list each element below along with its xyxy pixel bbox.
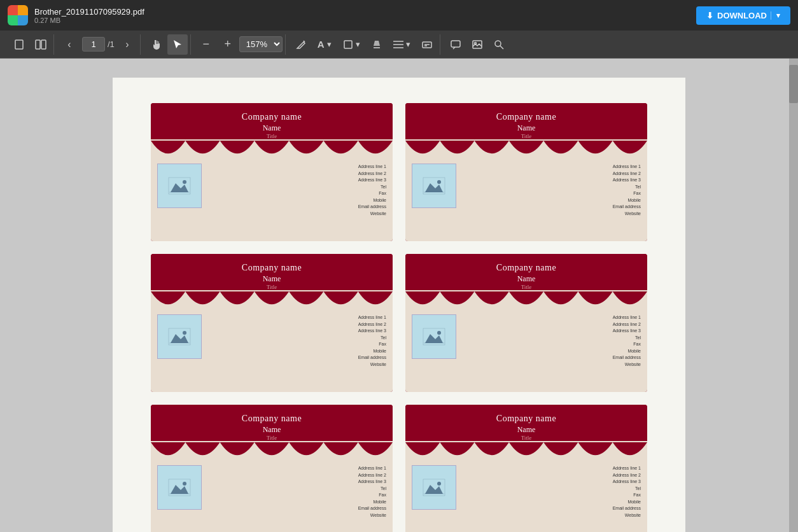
svg-point-18	[183, 180, 186, 184]
text-dropdown-arrow[interactable]: ▾	[327, 39, 332, 49]
draw-tool-button[interactable]	[291, 34, 311, 55]
hand-tool-button[interactable]	[146, 34, 166, 55]
contact-line: Mobile	[627, 348, 641, 355]
download-label: DOWNLOAD	[717, 11, 767, 20]
contact-line: Fax	[379, 341, 386, 348]
pdf-page: Company nameNameTitle Address line 1Addr…	[113, 78, 685, 532]
contact-line: Mobile	[373, 197, 386, 204]
svg-point-28	[183, 331, 186, 335]
search-button[interactable]	[489, 34, 509, 55]
contact-line: Address line 2	[358, 321, 386, 328]
contact-line: Address line 3	[358, 177, 386, 184]
card-company-name: Company name	[416, 414, 637, 424]
card-person-title: Title	[161, 284, 382, 290]
contact-line: Website	[370, 512, 386, 519]
contact-line: Mobile	[373, 499, 386, 506]
shape-dropdown-arrow[interactable]: ▾	[356, 39, 360, 49]
card-company-name: Company name	[416, 263, 637, 273]
card-person-name: Name	[161, 274, 382, 284]
svg-point-33	[437, 331, 441, 335]
business-card: Company nameNameTitle Address line 1Addr…	[151, 103, 393, 241]
photo-placeholder-icon	[168, 177, 191, 195]
card-body-area: Address line 1Address line 2Address line…	[151, 139, 393, 241]
card-content: Address line 1Address line 2Address line…	[405, 309, 647, 392]
svg-point-23	[437, 180, 441, 184]
shape-tool-button[interactable]: ▾	[338, 34, 365, 55]
align-icon	[393, 40, 403, 49]
svg-line-14	[500, 46, 503, 49]
business-card: Company nameNameTitle Address line 1Addr…	[405, 103, 647, 241]
contact-line: Address line 3	[358, 328, 386, 335]
card-person-title: Title	[161, 133, 382, 139]
hand-cursor-group	[143, 34, 191, 55]
extra-tools-group	[443, 34, 512, 55]
align-dropdown-arrow[interactable]: ▾	[406, 39, 410, 49]
contact-line: Fax	[379, 190, 386, 197]
single-page-view-button[interactable]	[9, 34, 29, 55]
card-header: Company nameNameTitle	[405, 405, 647, 441]
contact-line: Address line 1	[613, 465, 641, 472]
contact-line: Address line 3	[613, 479, 641, 486]
typewriter-tool-button[interactable]	[417, 34, 437, 55]
contact-line: Website	[625, 512, 641, 519]
page-number-input[interactable]	[82, 37, 105, 52]
download-dropdown-arrow[interactable]: ▾	[771, 11, 780, 20]
next-page-button[interactable]: ›	[117, 34, 137, 55]
cursor-tool-button[interactable]	[167, 34, 188, 55]
business-card: Company nameNameTitle Address line 1Addr…	[151, 254, 393, 392]
card-contact-info: Address line 1Address line 2Address line…	[207, 164, 386, 217]
contact-line: Website	[625, 361, 641, 368]
card-company-name: Company name	[416, 112, 637, 122]
multi-page-view-button[interactable]	[31, 34, 51, 55]
svg-point-43	[437, 482, 441, 486]
card-body-area: Address line 1Address line 2Address line…	[405, 441, 647, 532]
zoom-out-button[interactable]: −	[196, 34, 216, 55]
align-tool-button[interactable]: ▾	[388, 34, 416, 55]
contact-line: Tel	[381, 486, 386, 493]
contact-line: Tel	[635, 184, 641, 191]
photo-placeholder-icon	[423, 479, 445, 496]
comment-button[interactable]	[445, 34, 466, 55]
contact-line: Fax	[633, 190, 641, 197]
highlight-tool-button[interactable]	[367, 34, 387, 55]
download-button[interactable]: ⬇ DOWNLOAD ▾	[696, 6, 790, 25]
prev-page-button[interactable]: ‹	[59, 34, 80, 55]
contact-line: Address line 2	[613, 171, 641, 178]
contact-line: Email address	[358, 505, 386, 512]
svg-point-38	[183, 482, 186, 486]
image-button[interactable]	[467, 34, 487, 55]
card-person-name: Name	[416, 425, 637, 435]
card-person-name: Name	[416, 123, 637, 133]
card-person-name: Name	[161, 425, 382, 435]
text-tool-button[interactable]: A ▾	[312, 34, 337, 55]
card-photo-placeholder	[157, 465, 202, 510]
card-content: Address line 1Address line 2Address line…	[405, 158, 647, 241]
card-person-title: Title	[416, 284, 637, 290]
card-header: Company nameNameTitle	[405, 103, 647, 139]
download-icon: ⬇	[706, 11, 713, 20]
zoom-level-select[interactable]: 157% 100% 75% 50% 200%	[239, 36, 283, 52]
contact-line: Tel	[635, 486, 641, 493]
card-company-name: Company name	[161, 263, 382, 273]
zoom-in-button[interactable]: +	[218, 34, 238, 55]
scrollbar[interactable]	[789, 59, 798, 532]
scrollbar-thumb[interactable]	[789, 65, 798, 103]
contact-line: Address line 1	[358, 314, 386, 321]
business-card: Company nameNameTitle Address line 1Addr…	[405, 405, 647, 532]
card-photo-placeholder	[412, 314, 456, 359]
svg-rect-10	[451, 41, 460, 47]
card-contact-info: Address line 1Address line 2Address line…	[207, 465, 386, 519]
card-photo-placeholder	[157, 314, 202, 359]
contact-line: Tel	[381, 335, 386, 342]
card-company-name: Company name	[161, 414, 382, 424]
contact-line: Address line 3	[613, 177, 641, 184]
page-navigation-group: ‹ /1 ›	[57, 34, 141, 55]
contact-line: Mobile	[373, 348, 386, 355]
contact-line: Website	[370, 211, 386, 218]
contact-line: Tel	[381, 184, 386, 191]
main-content: Company nameNameTitle Address line 1Addr…	[0, 59, 798, 532]
contact-line: Fax	[633, 492, 641, 499]
svg-rect-3	[344, 41, 352, 48]
contact-line: Address line 3	[358, 479, 386, 486]
contact-line: Tel	[635, 335, 641, 342]
